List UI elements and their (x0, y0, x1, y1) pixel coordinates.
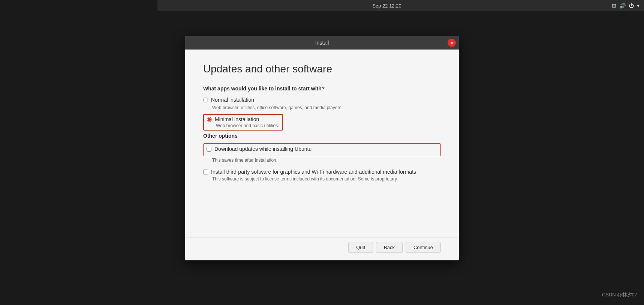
normal-installation-option: Normal installation (203, 97, 441, 103)
normal-installation-radio[interactable] (203, 98, 208, 102)
volume-icon[interactable]: 🔊 (619, 3, 626, 9)
minimal-installation-highlight-box: Minimal installation Web browser and bas… (203, 114, 441, 131)
download-updates-label[interactable]: Download updates while installing Ubuntu (214, 146, 312, 152)
content-area: Updates and other software What apps wou… (185, 50, 459, 237)
system-bar: Sep 22 12:20 ⊞ 🔊 ⏻ ▾ (157, 0, 644, 11)
third-party-checkbox[interactable] (203, 170, 208, 174)
page-title: Updates and other software (203, 63, 441, 75)
minimal-installation-label[interactable]: Minimal installation (215, 116, 259, 122)
install-window: Install × Updates and other software Wha… (185, 36, 459, 260)
power-icon[interactable]: ⏻ (629, 3, 634, 9)
system-icons: ⊞ 🔊 ⏻ ▾ (612, 3, 640, 9)
download-updates-box: Download updates while installing Ubuntu (203, 143, 441, 156)
third-party-desc: This software is subject to license term… (212, 176, 441, 182)
minimal-installation-desc: Web browser and basic utilities. (216, 123, 279, 128)
quit-button[interactable]: Quit (348, 242, 373, 253)
window-title: Install (315, 40, 329, 46)
chevron-down-icon[interactable]: ▾ (637, 3, 640, 9)
normal-installation-desc: Web browser, utilities, office software,… (212, 105, 441, 110)
footer: Quit Back Continue (185, 237, 459, 260)
title-bar: Install × (185, 36, 459, 50)
close-button[interactable]: × (448, 39, 456, 47)
watermark: CSDN @林夕07 (602, 291, 637, 298)
normal-installation-label[interactable]: Normal installation (211, 97, 254, 103)
minimal-installation-radio[interactable] (207, 117, 212, 122)
apps-question: What apps would you like to install to s… (203, 86, 441, 92)
network-icon[interactable]: ⊞ (612, 3, 616, 9)
continue-button[interactable]: Continue (406, 242, 441, 253)
download-updates-desc: This saves time after installation. (212, 158, 441, 163)
third-party-row: Install third-party software for graphic… (203, 169, 441, 175)
back-button[interactable]: Back (376, 242, 403, 253)
minimal-installation-option: Minimal installation (207, 116, 279, 122)
download-updates-checkbox[interactable] (207, 147, 211, 152)
third-party-label[interactable]: Install third-party software for graphic… (211, 169, 416, 175)
download-updates-row: Download updates while installing Ubuntu (207, 146, 437, 152)
system-time: Sep 22 12:20 (162, 3, 612, 9)
other-options-label: Other options (203, 133, 441, 139)
